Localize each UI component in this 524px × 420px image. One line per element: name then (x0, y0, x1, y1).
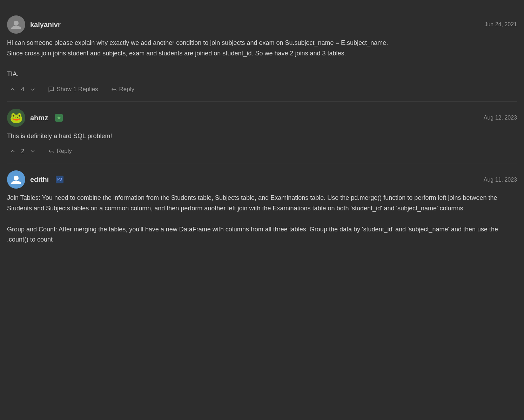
upvote-button[interactable] (7, 146, 18, 156)
user-info: 🐸 ahmz (7, 109, 63, 127)
vote-group: 2 (7, 146, 38, 156)
comment-item: edithi PD Aug 11, 2023 Join Tables: You … (7, 163, 517, 257)
reply-label: Reply (119, 86, 134, 93)
comment-actions: 2 Reply (7, 146, 517, 156)
comment-body: Join Tables: You need to combine the inf… (7, 193, 517, 245)
badge-icon (56, 115, 61, 120)
downvote-icon (29, 86, 36, 93)
replies-icon (48, 86, 54, 93)
vote-count: 4 (21, 84, 24, 94)
comment-header: edithi PD Aug 11, 2023 (7, 170, 517, 189)
upvote-icon (9, 86, 16, 93)
badge (55, 114, 63, 122)
svg-point-0 (14, 21, 19, 26)
username: edithi (30, 174, 49, 185)
reply-label: Reply (56, 148, 72, 155)
comment-header: 🐸 ahmz Aug 12, 2023 (7, 109, 517, 127)
timestamp: Aug 11, 2023 (484, 175, 517, 184)
svg-point-2 (14, 176, 19, 181)
vote-group: 4 (7, 84, 38, 94)
username: kalyanivr (30, 19, 61, 30)
vote-count: 2 (21, 147, 24, 156)
timestamp: Aug 12, 2023 (484, 113, 517, 122)
downvote-button[interactable] (27, 84, 38, 94)
badge: PD (56, 176, 63, 183)
comments-container: kalyanivr Jun 24, 2021 Hi can someone pl… (7, 8, 517, 257)
user-info: kalyanivr (7, 15, 61, 34)
timestamp: Jun 24, 2021 (484, 20, 517, 29)
show-replies-label: Show 1 Replies (56, 86, 98, 93)
avatar-emoji: 🐸 (10, 109, 23, 127)
avatar: 🐸 (7, 109, 25, 127)
downvote-button[interactable] (27, 146, 38, 156)
upvote-button[interactable] (7, 84, 18, 94)
comment-header: kalyanivr Jun 24, 2021 (7, 15, 517, 34)
reply-button[interactable]: Reply (45, 146, 74, 156)
svg-marker-1 (57, 116, 61, 120)
show-replies-button[interactable]: Show 1 Replies (45, 84, 101, 94)
comment-actions: 4 Show 1 Replies Reply (7, 84, 517, 94)
reply-button[interactable]: Reply (108, 84, 137, 94)
upvote-icon (9, 148, 16, 155)
reply-icon (111, 86, 117, 93)
user-icon (11, 174, 22, 185)
comment-item: kalyanivr Jun 24, 2021 Hi can someone pl… (7, 8, 517, 102)
reply-icon (48, 148, 54, 154)
avatar (7, 170, 25, 189)
comment-item: 🐸 ahmz Aug 12, 2023 This is definitely a… (7, 102, 517, 164)
username: ahmz (30, 112, 48, 123)
comment-body: This is definitely a hard SQL problem! (7, 131, 517, 142)
user-icon (11, 19, 22, 30)
user-info: edithi PD (7, 170, 63, 189)
comment-body: Hi can someone please explain why exactl… (7, 38, 517, 80)
downvote-icon (29, 148, 36, 155)
avatar (7, 15, 25, 34)
